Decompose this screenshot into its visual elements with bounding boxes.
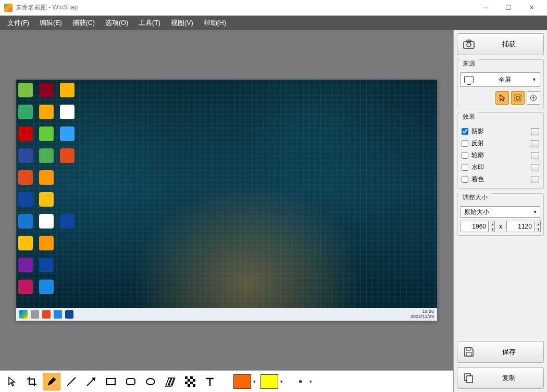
menu-edit[interactable]: 编辑(E) bbox=[34, 16, 67, 30]
tool-arrow[interactable] bbox=[82, 373, 100, 390]
height-input[interactable] bbox=[506, 221, 534, 232]
effect-settings-button-4[interactable] bbox=[531, 176, 539, 183]
stroke-color-swatch[interactable] bbox=[260, 374, 278, 389]
resize-preset-dropdown[interactable]: 原始大小 ▾ bbox=[461, 206, 540, 218]
save-icon bbox=[463, 347, 475, 357]
cursor-include-button[interactable] bbox=[495, 91, 509, 105]
monitor-icon bbox=[464, 76, 474, 83]
sidebar: 捕获 来源 全屏 ▼ bbox=[453, 30, 547, 392]
tool-highlight[interactable] bbox=[161, 373, 179, 390]
desktop-icons bbox=[18, 83, 81, 307]
window-controls: ─ ☐ ✕ bbox=[474, 0, 543, 16]
width-spinner[interactable]: ▲▼ bbox=[491, 221, 495, 232]
tool-pointer[interactable] bbox=[3, 373, 21, 390]
tool-pixelate[interactable] bbox=[181, 373, 199, 390]
annotation-toolbar: ▾ ▾ ▾ bbox=[0, 370, 453, 392]
svg-rect-7 bbox=[188, 379, 190, 382]
chevron-down-icon: ▾ bbox=[534, 209, 537, 214]
tool-rectangle[interactable] bbox=[102, 373, 120, 390]
effect-checkbox-0[interactable] bbox=[462, 128, 468, 135]
menu-file[interactable]: 文件(F) bbox=[2, 16, 34, 30]
stroke-width-dropdown[interactable]: ▾ bbox=[309, 379, 315, 384]
camera-icon bbox=[463, 39, 475, 49]
effect-row-3: 水印 bbox=[461, 161, 540, 173]
fill-color-dropdown[interactable]: ▾ bbox=[253, 379, 258, 384]
screenshot-preview[interactable]: 19:26 2022/11/29 bbox=[16, 80, 437, 321]
effect-row-4: 着色 bbox=[461, 173, 540, 185]
tool-pen[interactable] bbox=[43, 373, 60, 390]
resize-title: 调整大小 bbox=[459, 192, 491, 203]
add-button[interactable] bbox=[527, 91, 540, 105]
save-button[interactable]: 保存 bbox=[457, 341, 544, 363]
copy-label: 复制 bbox=[479, 373, 538, 383]
tool-rounded-rectangle[interactable] bbox=[122, 373, 140, 390]
width-input[interactable] bbox=[461, 221, 489, 232]
source-group: 来源 全屏 ▼ bbox=[457, 59, 544, 108]
svg-rect-9 bbox=[185, 382, 188, 384]
minimize-button[interactable]: ─ bbox=[474, 0, 497, 16]
app-icon bbox=[4, 4, 13, 12]
svg-point-15 bbox=[467, 43, 471, 47]
effect-checkbox-2[interactable] bbox=[462, 152, 468, 159]
effect-label-1: 反射 bbox=[471, 139, 531, 148]
maximize-button[interactable]: ☐ bbox=[497, 0, 520, 16]
effect-row-1: 反射 bbox=[461, 137, 540, 149]
effects-title: 效果 bbox=[459, 111, 478, 122]
svg-rect-2 bbox=[107, 378, 115, 385]
desktop-taskbar: 19:26 2022/11/29 bbox=[16, 308, 437, 321]
effect-settings-button-2[interactable] bbox=[531, 152, 539, 159]
effect-checkbox-3[interactable] bbox=[462, 164, 468, 171]
svg-rect-21 bbox=[466, 352, 471, 356]
effects-group: 效果 阴影反射轮廓水印着色 bbox=[457, 112, 544, 189]
close-button[interactable]: ✕ bbox=[520, 0, 543, 16]
source-title: 来源 bbox=[459, 58, 478, 69]
svg-rect-8 bbox=[193, 379, 195, 382]
capture-button[interactable]: 捕获 bbox=[457, 33, 544, 55]
copy-button[interactable]: 复制 bbox=[457, 367, 544, 389]
tool-ellipse[interactable] bbox=[142, 373, 159, 390]
menu-view[interactable]: 视图(V) bbox=[166, 16, 198, 30]
effect-settings-button-0[interactable] bbox=[531, 128, 539, 135]
save-label: 保存 bbox=[479, 347, 538, 357]
source-selected: 全屏 bbox=[478, 75, 532, 84]
stroke-color-dropdown[interactable]: ▾ bbox=[280, 379, 285, 384]
copy-icon bbox=[463, 373, 475, 383]
tool-text[interactable] bbox=[201, 373, 219, 390]
height-spinner[interactable]: ▲▼ bbox=[537, 221, 541, 232]
svg-rect-18 bbox=[516, 96, 519, 99]
effect-row-0: 阴影 bbox=[461, 125, 540, 137]
svg-line-0 bbox=[67, 377, 76, 386]
dimension-separator: x bbox=[497, 223, 504, 230]
source-dropdown[interactable]: 全屏 ▼ bbox=[461, 72, 540, 87]
effect-settings-button-1[interactable] bbox=[531, 140, 539, 147]
svg-point-13 bbox=[299, 380, 302, 383]
menu-tools[interactable]: 工具(T) bbox=[133, 16, 166, 30]
chevron-down-icon: ▼ bbox=[532, 77, 537, 82]
fill-color-swatch[interactable] bbox=[233, 374, 251, 389]
svg-rect-16 bbox=[467, 40, 471, 42]
menu-help[interactable]: 帮助(H) bbox=[198, 16, 231, 30]
effect-checkbox-4[interactable] bbox=[462, 176, 468, 183]
effect-label-0: 阴影 bbox=[471, 127, 531, 136]
svg-rect-12 bbox=[193, 384, 195, 387]
canvas-area[interactable]: 19:26 2022/11/29 bbox=[0, 30, 453, 370]
tool-line[interactable] bbox=[63, 373, 80, 390]
menu-options[interactable]: 选项(O) bbox=[100, 16, 133, 30]
effect-checkbox-1[interactable] bbox=[462, 140, 468, 147]
effect-label-4: 着色 bbox=[471, 175, 531, 184]
menu-capture[interactable]: 捕获(C) bbox=[67, 16, 100, 30]
effect-label-3: 水印 bbox=[471, 163, 531, 172]
effect-label-2: 轮廓 bbox=[471, 151, 531, 160]
tool-crop[interactable] bbox=[23, 373, 41, 390]
svg-rect-23 bbox=[467, 376, 473, 383]
effect-settings-button-3[interactable] bbox=[531, 164, 539, 171]
resize-group: 调整大小 原始大小 ▾ ▲▼ x ▲▼ bbox=[457, 193, 544, 236]
canvas-wrap: 19:26 2022/11/29 bbox=[0, 30, 453, 392]
svg-line-1 bbox=[87, 378, 94, 386]
window-title: 未命名截图 - WinSnap bbox=[16, 3, 78, 12]
capture-label: 捕获 bbox=[479, 40, 538, 49]
delay-button[interactable] bbox=[511, 91, 525, 105]
menubar: 文件(F) 编辑(E) 捕获(C) 选项(O) 工具(T) 视图(V) 帮助(H… bbox=[0, 16, 547, 30]
tool-stroke-width[interactable] bbox=[294, 373, 307, 390]
effect-row-2: 轮廓 bbox=[461, 149, 540, 161]
